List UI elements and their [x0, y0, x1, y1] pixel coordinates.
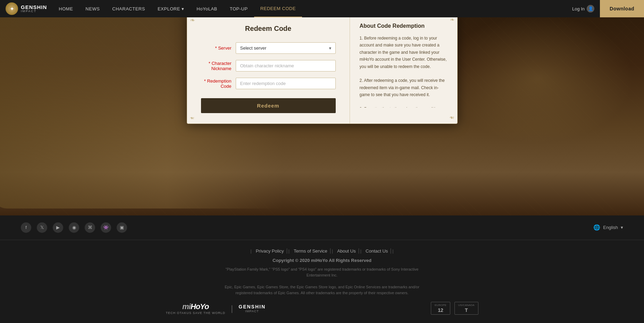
modal-wrapper: ❧ ❧ Redeem Code * Server Select server	[187, 14, 458, 124]
nickname-row: * Character Nickname	[201, 60, 336, 71]
redeem-button[interactable]: Redeem	[201, 98, 336, 113]
nav-news[interactable]: NEWS	[79, 0, 106, 17]
modal-right: About Code Redemption 1. Before redeemin…	[350, 14, 457, 124]
footer-social: f 𝕏 ▶ ◉ ⌘ 👾 ▣ 🌐 English ▾	[0, 215, 644, 240]
social-icons: f 𝕏 ▶ ◉ ⌘ 👾 ▣	[21, 222, 127, 233]
nav-redeem-code[interactable]: REDEEM CODE	[254, 0, 302, 17]
navbar: ✦ GENSHIN IMPACT HOME NEWS CHARACTERS EX…	[0, 0, 644, 17]
redeem-modal: ❧ ❧ Redeem Code * Server Select server	[187, 14, 458, 124]
nav-links: HOME NEWS CHARACTERS EXPLORE ▾ HoYoLAB T…	[52, 0, 567, 17]
nickname-label: * Character Nickname	[201, 61, 236, 71]
chevron-down-icon-lang: ▾	[621, 225, 623, 230]
logo-title: GENSHIN	[21, 5, 47, 10]
bilibili-icon[interactable]: ▣	[117, 222, 127, 233]
code-row: * Redemption Code	[201, 78, 336, 89]
modal-title: Redeem Code	[201, 25, 336, 33]
logo-divider: |	[231, 304, 233, 313]
nav-home[interactable]: HOME	[52, 0, 79, 17]
disclaimer2: Epic, Epic Games, Epic Games Store, the …	[218, 284, 426, 296]
about-title: About Code Redemption	[360, 23, 448, 29]
footer-inner: | Privacy Policy | Terms of Service | Ab…	[166, 248, 478, 315]
globe-icon: 🌐	[593, 224, 600, 231]
footer-bottom: | Privacy Policy | Terms of Service | Ab…	[0, 240, 644, 323]
page: ✦ GENSHIN IMPACT HOME NEWS CHARACTERS EX…	[0, 0, 644, 323]
nav-explore[interactable]: EXPLORE ▾	[151, 0, 190, 17]
instagram-icon[interactable]: ◉	[69, 222, 79, 233]
rating-us: US/CANADA T	[454, 302, 478, 315]
mihoyo-logo-sub: TECH OTAKUS SAVE THE WORLD	[166, 311, 226, 315]
nav-characters[interactable]: CHARACTERS	[106, 0, 151, 17]
logo-sub: IMPACT	[21, 10, 47, 13]
mihoyo-logo: miHoYo TECH OTAKUS SAVE THE WORLD	[166, 302, 226, 315]
logo-text: GENSHIN IMPACT	[21, 5, 47, 13]
terms-link[interactable]: Terms of Service	[291, 248, 331, 254]
genshin-logo-sub: IMPACT	[245, 309, 259, 313]
server-select[interactable]: Select server America Europe Asia TW/HK/…	[236, 42, 336, 54]
footer-logos-right: EUROPE 12 US/CANADA T	[431, 302, 478, 315]
nickname-input[interactable]	[236, 60, 336, 71]
bg-scroll-right	[441, 14, 634, 143]
copyright-text: Copyright © 2020 miHoYo All Rights Reser…	[166, 258, 478, 263]
server-label: * Server	[201, 45, 236, 51]
footer-separator-1: |	[287, 248, 291, 254]
required-mark-2: *	[209, 61, 210, 66]
twitter-icon[interactable]: 𝕏	[37, 222, 47, 233]
contact-link[interactable]: Contact Us	[363, 248, 391, 254]
disclaimer1: "PlayStation Family Mark," "PS5 logo" an…	[218, 266, 426, 279]
rating-row: EUROPE 12 US/CANADA T	[431, 302, 478, 315]
footer-separator-0: |	[249, 248, 253, 254]
required-mark-3: *	[204, 78, 206, 84]
user-icon: 👤	[587, 5, 594, 12]
rating-eu: EUROPE 12	[431, 302, 450, 315]
nav-right: Log In 👤 Download	[567, 0, 644, 17]
chevron-down-icon: ▾	[182, 6, 184, 11]
footer-separator-2: |	[331, 248, 334, 254]
modal-corner-bl: ❧	[190, 115, 194, 121]
facebook-icon[interactable]: f	[21, 222, 31, 233]
nav-topup[interactable]: TOP-UP	[224, 0, 254, 17]
language-selector[interactable]: 🌐 English ▾	[593, 224, 623, 231]
redemption-code-input[interactable]	[236, 78, 336, 89]
genshin-logo: GENSHIN IMPACT	[239, 304, 266, 313]
footer-logos-left: miHoYo TECH OTAKUS SAVE THE WORLD | GENS…	[166, 302, 266, 315]
footer-separator-3: |	[359, 248, 363, 254]
youtube-icon[interactable]: ▶	[53, 222, 63, 233]
privacy-link[interactable]: Privacy Policy	[253, 248, 287, 254]
about-text: 1. Before redeeming a code, log in to yo…	[360, 35, 448, 108]
footer: f 𝕏 ▶ ◉ ⌘ 👾 ▣ 🌐 English ▾ | Privacy Poli…	[0, 215, 644, 323]
server-row: * Server Select server America Europe As…	[201, 42, 336, 54]
modal-left: Redeem Code * Server Select server Ameri…	[187, 14, 350, 124]
reddit-icon[interactable]: 👾	[101, 222, 111, 233]
logo[interactable]: ✦ GENSHIN IMPACT	[0, 2, 52, 15]
download-button[interactable]: Download	[600, 0, 644, 17]
required-mark: *	[215, 45, 217, 51]
mihoyo-logo-text: miHoYo	[182, 302, 209, 311]
hero-section: Log in to redeem ❧ ❧ Redeem Code * Serve…	[0, 0, 644, 215]
code-label: * Redemption Code	[201, 78, 236, 89]
footer-separator-4: |	[391, 248, 395, 254]
discord-icon[interactable]: ⌘	[85, 222, 95, 233]
login-button[interactable]: Log In 👤	[567, 0, 600, 17]
server-select-wrapper: Select server America Europe Asia TW/HK/…	[236, 42, 336, 54]
logo-icon: ✦	[6, 2, 18, 15]
genshin-logo-text: GENSHIN	[239, 304, 266, 309]
about-link[interactable]: About Us	[334, 248, 359, 254]
footer-links: | Privacy Policy | Terms of Service | Ab…	[166, 248, 478, 254]
nav-hoyolab[interactable]: HoYoLAB	[190, 0, 223, 17]
footer-logos: miHoYo TECH OTAKUS SAVE THE WORLD | GENS…	[166, 302, 478, 315]
